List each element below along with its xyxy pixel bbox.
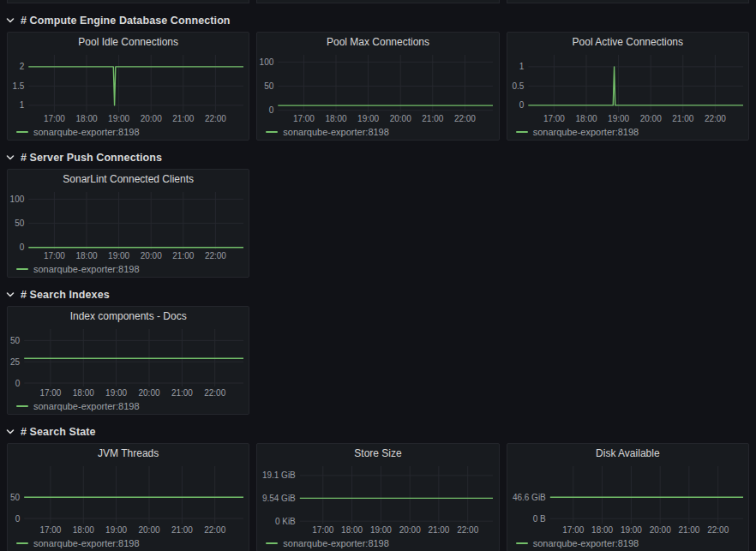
series-name: sonarqube-exporter:8198 [283, 538, 389, 548]
svg-text:0 B: 0 B [532, 514, 545, 524]
legend-item[interactable]: sonarqube-exporter:8198 [8, 124, 249, 140]
row-title: # Server Push Connections [21, 152, 162, 164]
svg-text:18:00: 18:00 [341, 525, 363, 535]
svg-text:17:00: 17:00 [313, 525, 334, 535]
chart-plot[interactable]: 17:0018:0019:0020:0021:0022:000 B46.6 Gi… [507, 463, 748, 536]
legend-item[interactable]: sonarqube-exporter:8198 [507, 124, 748, 140]
series-color-swatch [266, 131, 278, 133]
svg-text:21:00: 21:00 [171, 525, 193, 535]
chart-plot[interactable]: 17:0018:0019:0020:0021:0022:0011.52 [8, 51, 249, 124]
time-series-chart[interactable]: 17:0018:0019:0020:0021:0022:000 KiB9.54 … [257, 463, 498, 536]
chart-plot[interactable]: 17:0018:0019:0020:0021:0022:00050100 [8, 189, 249, 261]
time-series-chart[interactable]: 17:0018:0019:0020:0021:0022:00050 [8, 463, 249, 536]
svg-text:1: 1 [20, 100, 25, 110]
series-color-swatch [16, 405, 28, 407]
panel-pool-active-connections: Pool Active Connections 17:0018:0019:002… [507, 32, 749, 141]
svg-text:0: 0 [519, 100, 524, 110]
svg-text:21:00: 21:00 [672, 114, 693, 123]
panel-row: JVM Threads 17:0018:0019:0020:0021:0022:… [0, 443, 756, 551]
svg-text:22:00: 22:00 [205, 251, 226, 261]
chevron-down-icon [6, 17, 15, 24]
chevron-down-icon [6, 428, 15, 435]
svg-text:20:00: 20:00 [390, 114, 411, 123]
svg-text:50: 50 [10, 493, 21, 502]
svg-text:0: 0 [15, 514, 21, 524]
time-series-chart[interactable]: 17:0018:0019:0020:0021:0022:0000.51 [507, 51, 748, 124]
panel-title[interactable]: Pool Idle Connections [8, 33, 249, 51]
dashboard-row-search-state: # Search State JVM Threads 17:0018:0019:… [0, 415, 756, 551]
svg-text:21:00: 21:00 [429, 525, 450, 535]
svg-text:17:00: 17:00 [39, 525, 61, 535]
panel-disk-available: Disk Available 17:0018:0019:0020:0021:00… [507, 443, 749, 551]
chart-plot[interactable]: 17:0018:0019:0020:0021:0022:00050 [8, 463, 249, 536]
panel-title[interactable]: Disk Available [507, 444, 748, 463]
row-header-server-push[interactable]: # Server Push Connections [0, 147, 756, 169]
row-header-compute-engine[interactable]: # Compute Engine Database Connection [0, 9, 756, 32]
series-name: sonarqube-exporter:8198 [33, 538, 140, 548]
svg-text:20:00: 20:00 [649, 525, 670, 535]
row-title: # Compute Engine Database Connection [21, 15, 231, 27]
svg-text:18:00: 18:00 [75, 251, 97, 261]
svg-text:25: 25 [10, 357, 21, 367]
svg-text:2: 2 [20, 62, 25, 71]
series-name: sonarqube-exporter:8198 [33, 401, 140, 411]
svg-text:19:00: 19:00 [621, 525, 642, 535]
dashboard-row-server-push: # Server Push Connections SonarLint Conn… [0, 141, 756, 278]
legend-item[interactable]: sonarqube-exporter:8198 [8, 398, 249, 414]
series-name: sonarqube-exporter:8198 [533, 127, 639, 137]
chart-plot[interactable]: 17:0018:0019:0020:0021:0022:000 KiB9.54 … [257, 463, 498, 536]
svg-text:21:00: 21:00 [423, 114, 444, 123]
legend-item[interactable]: sonarqube-exporter:8198 [8, 536, 249, 551]
series-name: sonarqube-exporter:8198 [533, 538, 639, 548]
series-color-swatch [516, 542, 528, 544]
chevron-down-icon [6, 291, 15, 298]
legend-item[interactable]: sonarqube-exporter:8198 [507, 536, 748, 551]
svg-text:100: 100 [260, 57, 274, 67]
svg-text:21:00: 21:00 [172, 251, 194, 261]
series-color-swatch [516, 131, 528, 133]
svg-text:50: 50 [265, 81, 275, 91]
panel-pool-max-connections: Pool Max Connections 17:0018:0019:0020:0… [256, 32, 499, 141]
svg-text:19:00: 19:00 [357, 114, 379, 123]
legend-item[interactable]: sonarqube-exporter:8198 [257, 536, 498, 551]
svg-text:20:00: 20:00 [141, 114, 162, 123]
chart-plot[interactable]: 17:0018:0019:0020:0021:0022:0002550 [8, 326, 249, 398]
row-header-search-state[interactable]: # Search State [0, 421, 756, 443]
clipped-panel [7, 0, 249, 3]
series-color-swatch [16, 542, 28, 544]
svg-text:18:00: 18:00 [73, 525, 94, 535]
svg-text:22:00: 22:00 [204, 525, 225, 535]
chart-plot[interactable]: 17:0018:0019:0020:0021:0022:0000.51 [507, 51, 748, 124]
panel-title[interactable]: Pool Active Connections [507, 33, 748, 51]
svg-text:100: 100 [10, 195, 25, 204]
panel-title[interactable]: Pool Max Connections [257, 33, 498, 51]
row-header-search-indexes[interactable]: # Search Indexes [0, 284, 756, 306]
dashboard-row-search-indexes: # Search Indexes Index components - Docs… [0, 278, 756, 415]
time-series-chart[interactable]: 17:0018:0019:0020:0021:0022:000 B46.6 Gi… [507, 463, 748, 536]
chart-plot[interactable]: 17:0018:0019:0020:0021:0022:00050100 [257, 51, 498, 124]
panel-title[interactable]: JVM Threads [8, 444, 249, 463]
svg-text:46.6 GiB: 46.6 GiB [513, 493, 546, 502]
clipped-panel [507, 0, 749, 3]
clipped-panel [256, 0, 499, 3]
svg-text:17:00: 17:00 [293, 114, 315, 123]
legend-item[interactable]: sonarqube-exporter:8198 [257, 124, 498, 140]
time-series-chart[interactable]: 17:0018:0019:0020:0021:0022:0011.52 [8, 51, 249, 124]
svg-text:18:00: 18:00 [75, 114, 97, 123]
svg-text:21:00: 21:00 [171, 388, 193, 398]
panel-title[interactable]: Index components - Docs [8, 307, 249, 326]
time-series-chart[interactable]: 17:0018:0019:0020:0021:0022:00050100 [8, 189, 249, 261]
panel-title[interactable]: SonarLint Connected Clients [8, 170, 249, 189]
svg-text:22:00: 22:00 [204, 388, 225, 398]
legend-item[interactable]: sonarqube-exporter:8198 [8, 261, 249, 277]
svg-text:19:00: 19:00 [108, 114, 129, 123]
svg-text:17:00: 17:00 [39, 388, 61, 398]
time-series-chart[interactable]: 17:0018:0019:0020:0021:0022:00050100 [257, 51, 498, 124]
time-series-chart[interactable]: 17:0018:0019:0020:0021:0022:0002550 [8, 326, 249, 398]
panel-row: SonarLint Connected Clients 17:0018:0019… [0, 169, 756, 278]
panel-title[interactable]: Store Size [257, 444, 498, 463]
svg-text:22:00: 22:00 [707, 525, 729, 535]
svg-text:17:00: 17:00 [44, 114, 65, 123]
svg-text:0 KiB: 0 KiB [275, 517, 296, 526]
panel-sonarlint-connected-clients: SonarLint Connected Clients 17:0018:0019… [7, 169, 249, 278]
